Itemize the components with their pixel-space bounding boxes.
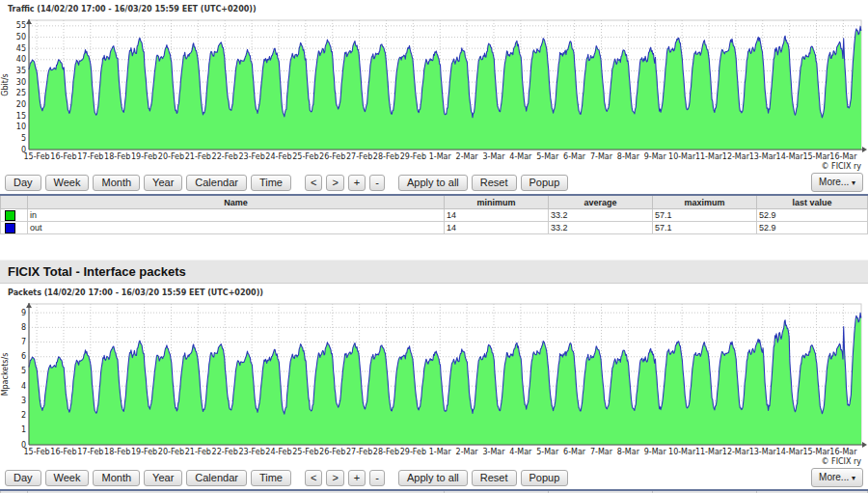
svg-text:14-Mar: 14-Mar bbox=[776, 448, 804, 456]
series-minimum: 14 bbox=[445, 209, 549, 222]
series-swatch-out bbox=[5, 223, 15, 233]
svg-text:10-Mar: 10-Mar bbox=[668, 152, 696, 161]
svg-text:28-Feb: 28-Feb bbox=[373, 448, 399, 456]
day-button[interactable]: Day bbox=[5, 175, 41, 191]
apply-to-all-button[interactable]: Apply to all bbox=[398, 175, 468, 191]
svg-text:9-Mar: 9-Mar bbox=[644, 152, 667, 161]
svg-text:8: 8 bbox=[21, 323, 26, 332]
time-button[interactable]: Time bbox=[251, 470, 291, 486]
year-button[interactable]: Year bbox=[144, 175, 182, 191]
zoom-in-button[interactable]: + bbox=[348, 470, 366, 486]
svg-text:50: 50 bbox=[16, 33, 26, 41]
svg-text:25-Feb: 25-Feb bbox=[292, 152, 318, 161]
step-forward-button[interactable]: > bbox=[326, 175, 343, 191]
series-average: 33.2 bbox=[549, 209, 653, 222]
table-row: out 14 33.2 57.1 52.9 bbox=[1, 222, 868, 234]
svg-text:4: 4 bbox=[21, 382, 26, 391]
svg-text:13-Mar: 13-Mar bbox=[749, 448, 777, 456]
svg-text:15: 15 bbox=[16, 112, 26, 121]
series-maximum: 57.1 bbox=[653, 209, 757, 222]
zoom-out-button[interactable]: - bbox=[369, 175, 385, 191]
toolbar-buttons: DayWeekMonthYearCalendarTime<>+-Apply to… bbox=[5, 470, 568, 486]
svg-text:Gbit/s: Gbit/s bbox=[1, 73, 10, 96]
packets-graph-title: Packets (14/02/20 17:00 - 16/03/20 15:59… bbox=[0, 284, 868, 299]
series-last-value: 52.9 bbox=[757, 222, 868, 234]
reset-button[interactable]: Reset bbox=[472, 470, 517, 486]
svg-text:7-Mar: 7-Mar bbox=[590, 448, 613, 456]
svg-text:10: 10 bbox=[16, 123, 26, 131]
svg-text:1-Mar: 1-Mar bbox=[429, 152, 452, 161]
svg-text:16-Mar: 16-Mar bbox=[829, 152, 857, 161]
col-header-minimum: minimum bbox=[445, 195, 549, 209]
svg-text:2-Mar: 2-Mar bbox=[456, 448, 479, 456]
svg-text:17-Feb: 17-Feb bbox=[77, 152, 103, 161]
svg-text:7: 7 bbox=[21, 338, 26, 346]
traffic-stats-table: Name minimum average maximum last value … bbox=[0, 194, 868, 234]
svg-text:40: 40 bbox=[16, 55, 26, 64]
svg-text:15-Feb: 15-Feb bbox=[23, 152, 49, 161]
reset-button[interactable]: Reset bbox=[472, 175, 517, 191]
svg-text:29-Feb: 29-Feb bbox=[400, 152, 426, 161]
svg-text:6-Mar: 6-Mar bbox=[563, 448, 586, 456]
svg-text:8-Mar: 8-Mar bbox=[617, 152, 640, 161]
zoom-out-button[interactable]: - bbox=[369, 470, 385, 486]
col-header-maximum: maximum bbox=[653, 195, 757, 209]
svg-text:18-Feb: 18-Feb bbox=[104, 152, 130, 161]
packets-stats-table: Name minimum average maximum last value … bbox=[0, 489, 868, 493]
svg-text:11-Mar: 11-Mar bbox=[695, 152, 723, 161]
svg-text:5: 5 bbox=[21, 134, 26, 143]
day-button[interactable]: Day bbox=[5, 470, 41, 486]
month-button[interactable]: Month bbox=[93, 175, 140, 191]
svg-text:21-Feb: 21-Feb bbox=[185, 448, 211, 456]
svg-text:16-Mar: 16-Mar bbox=[829, 448, 857, 456]
step-back-button[interactable]: < bbox=[305, 470, 322, 486]
svg-text:16-Feb: 16-Feb bbox=[50, 448, 76, 456]
chevron-down-icon: ▾ bbox=[852, 474, 855, 482]
week-button[interactable]: Week bbox=[45, 175, 90, 191]
svg-text:26-Feb: 26-Feb bbox=[319, 448, 345, 456]
svg-text:4-Mar: 4-Mar bbox=[509, 448, 532, 456]
apply-to-all-button[interactable]: Apply to all bbox=[398, 470, 468, 486]
packets-chart: 012345678915-Feb16-Feb17-Feb18-Feb19-Feb… bbox=[0, 299, 868, 457]
step-back-button[interactable]: < bbox=[305, 175, 322, 191]
svg-text:7-Mar: 7-Mar bbox=[590, 152, 613, 161]
more-dropdown[interactable]: More... ▾ bbox=[811, 173, 863, 192]
svg-text:30: 30 bbox=[16, 78, 26, 87]
svg-text:23-Feb: 23-Feb bbox=[238, 448, 264, 456]
buttons-group: DayWeekMonthYearCalendarTime bbox=[5, 470, 291, 486]
svg-text:5-Mar: 5-Mar bbox=[536, 448, 559, 456]
svg-text:Mpackets/s: Mpackets/s bbox=[1, 353, 10, 397]
month-button[interactable]: Month bbox=[93, 470, 140, 486]
svg-text:25-Feb: 25-Feb bbox=[292, 448, 318, 456]
svg-text:26-Feb: 26-Feb bbox=[319, 152, 345, 161]
svg-text:2-Mar: 2-Mar bbox=[456, 152, 479, 161]
svg-text:3: 3 bbox=[21, 397, 26, 405]
step-forward-button[interactable]: > bbox=[326, 470, 343, 486]
svg-text:11-Mar: 11-Mar bbox=[695, 448, 723, 456]
year-button[interactable]: Year bbox=[144, 470, 182, 486]
svg-text:9: 9 bbox=[21, 309, 26, 317]
svg-text:5: 5 bbox=[21, 367, 26, 375]
calendar-button[interactable]: Calendar bbox=[186, 175, 247, 191]
action-buttons-group: Apply to allResetPopup bbox=[398, 175, 568, 191]
toolbar-buttons: DayWeekMonthYearCalendarTime<>+-Apply to… bbox=[5, 175, 568, 191]
popup-button[interactable]: Popup bbox=[521, 175, 569, 191]
time-button[interactable]: Time bbox=[251, 175, 291, 191]
more-dropdown[interactable]: More... ▾ bbox=[811, 468, 863, 487]
popup-button[interactable]: Popup bbox=[521, 470, 569, 486]
traffic-section: Traffic (14/02/20 17:00 - 16/03/20 15:59… bbox=[0, 0, 868, 234]
week-button[interactable]: Week bbox=[45, 470, 90, 486]
traffic-toolbar: DayWeekMonthYearCalendarTime<>+-Apply to… bbox=[0, 172, 868, 194]
packets-toolbar: DayWeekMonthYearCalendarTime<>+-Apply to… bbox=[0, 467, 868, 489]
svg-text:24-Feb: 24-Feb bbox=[265, 152, 291, 161]
svg-text:10-Mar: 10-Mar bbox=[668, 448, 696, 456]
swatch-col-header bbox=[1, 195, 28, 209]
zoom-in-button[interactable]: + bbox=[348, 175, 366, 191]
svg-text:6-Mar: 6-Mar bbox=[563, 152, 586, 161]
svg-text:27-Feb: 27-Feb bbox=[346, 152, 372, 161]
traffic-graph-title: Traffic (14/02/20 17:00 - 16/03/20 15:59… bbox=[0, 0, 868, 15]
calendar-button[interactable]: Calendar bbox=[186, 470, 247, 486]
svg-text:14-Mar: 14-Mar bbox=[776, 152, 804, 161]
svg-text:23-Feb: 23-Feb bbox=[238, 152, 264, 161]
buttons-group: DayWeekMonthYearCalendarTime bbox=[5, 175, 291, 191]
